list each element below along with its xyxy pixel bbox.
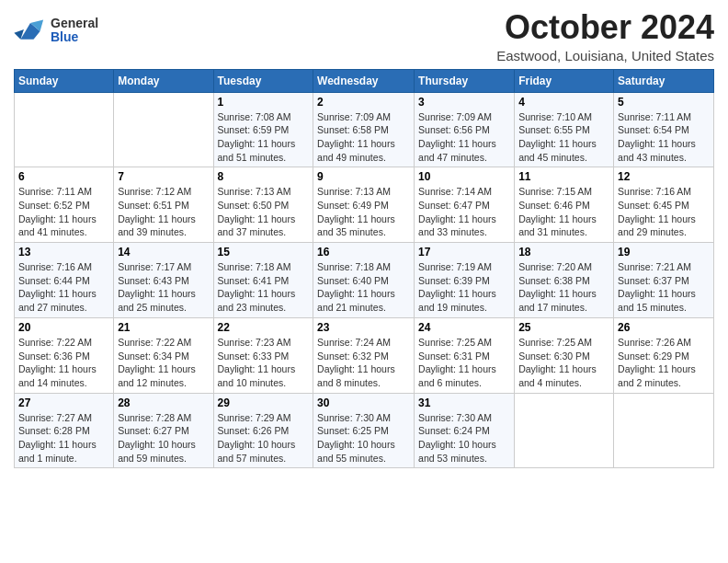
day-number: 9 bbox=[317, 170, 410, 183]
day-info: Sunrise: 7:20 AM Sunset: 6:38 PM Dayligh… bbox=[518, 260, 609, 315]
calendar-cell: 18Sunrise: 7:20 AM Sunset: 6:38 PM Dayli… bbox=[515, 243, 614, 318]
calendar-cell bbox=[614, 393, 714, 468]
day-info: Sunrise: 7:21 AM Sunset: 6:37 PM Dayligh… bbox=[618, 260, 710, 315]
location-title: Eastwood, Louisiana, United States bbox=[496, 48, 714, 63]
calendar-cell: 10Sunrise: 7:14 AM Sunset: 6:47 PM Dayli… bbox=[415, 167, 515, 243]
day-info: Sunrise: 7:16 AM Sunset: 6:44 PM Dayligh… bbox=[18, 260, 109, 315]
calendar-week-row: 6Sunrise: 7:11 AM Sunset: 6:52 PM Daylig… bbox=[15, 167, 714, 243]
day-info: Sunrise: 7:30 AM Sunset: 6:24 PM Dayligh… bbox=[418, 411, 510, 465]
day-info: Sunrise: 7:26 AM Sunset: 6:29 PM Dayligh… bbox=[618, 336, 710, 390]
day-number: 20 bbox=[18, 321, 109, 334]
calendar-cell: 21Sunrise: 7:22 AM Sunset: 6:34 PM Dayli… bbox=[114, 317, 213, 393]
page-header: General Blue October 2024 Eastwood, Loui… bbox=[14, 9, 714, 63]
day-info: Sunrise: 7:09 AM Sunset: 6:58 PM Dayligh… bbox=[317, 110, 410, 165]
weekday-header: Monday bbox=[114, 69, 213, 92]
weekday-header: Saturday bbox=[614, 69, 714, 92]
day-info: Sunrise: 7:11 AM Sunset: 6:52 PM Dayligh… bbox=[18, 185, 109, 239]
calendar-cell: 20Sunrise: 7:22 AM Sunset: 6:36 PM Dayli… bbox=[15, 317, 114, 393]
day-number: 11 bbox=[518, 170, 609, 183]
day-number: 14 bbox=[118, 246, 209, 259]
calendar-cell: 19Sunrise: 7:21 AM Sunset: 6:37 PM Dayli… bbox=[614, 243, 714, 318]
day-number: 24 bbox=[418, 321, 510, 334]
day-info: Sunrise: 7:25 AM Sunset: 6:31 PM Dayligh… bbox=[418, 336, 510, 390]
day-number: 4 bbox=[518, 96, 609, 109]
calendar-cell: 11Sunrise: 7:15 AM Sunset: 6:46 PM Dayli… bbox=[515, 167, 614, 243]
day-number: 3 bbox=[418, 96, 510, 109]
day-info: Sunrise: 7:13 AM Sunset: 6:49 PM Dayligh… bbox=[317, 185, 410, 239]
day-number: 6 bbox=[18, 170, 109, 183]
day-info: Sunrise: 7:14 AM Sunset: 6:47 PM Dayligh… bbox=[418, 185, 510, 239]
day-info: Sunrise: 7:09 AM Sunset: 6:56 PM Dayligh… bbox=[418, 110, 510, 165]
day-info: Sunrise: 7:23 AM Sunset: 6:33 PM Dayligh… bbox=[218, 336, 310, 390]
day-info: Sunrise: 7:24 AM Sunset: 6:32 PM Dayligh… bbox=[317, 336, 410, 390]
calendar-cell: 12Sunrise: 7:16 AM Sunset: 6:45 PM Dayli… bbox=[614, 167, 714, 243]
calendar-week-row: 20Sunrise: 7:22 AM Sunset: 6:36 PM Dayli… bbox=[15, 317, 714, 393]
day-info: Sunrise: 7:17 AM Sunset: 6:43 PM Dayligh… bbox=[118, 260, 209, 315]
calendar-cell: 3Sunrise: 7:09 AM Sunset: 6:56 PM Daylig… bbox=[415, 92, 515, 167]
weekday-header: Friday bbox=[515, 69, 614, 92]
day-info: Sunrise: 7:16 AM Sunset: 6:45 PM Dayligh… bbox=[618, 185, 710, 239]
calendar-cell: 26Sunrise: 7:26 AM Sunset: 6:29 PM Dayli… bbox=[614, 317, 714, 393]
calendar-body: 1Sunrise: 7:08 AM Sunset: 6:59 PM Daylig… bbox=[15, 92, 714, 468]
calendar-cell: 14Sunrise: 7:17 AM Sunset: 6:43 PM Dayli… bbox=[114, 243, 213, 318]
day-number: 1 bbox=[218, 96, 310, 109]
day-info: Sunrise: 7:29 AM Sunset: 6:26 PM Dayligh… bbox=[218, 411, 310, 465]
calendar-cell: 28Sunrise: 7:28 AM Sunset: 6:27 PM Dayli… bbox=[114, 393, 213, 468]
logo-general: General bbox=[51, 17, 98, 30]
day-number: 7 bbox=[118, 170, 209, 183]
calendar-cell: 30Sunrise: 7:30 AM Sunset: 6:25 PM Dayli… bbox=[313, 393, 415, 468]
day-info: Sunrise: 7:22 AM Sunset: 6:34 PM Dayligh… bbox=[118, 336, 209, 390]
calendar-cell: 24Sunrise: 7:25 AM Sunset: 6:31 PM Dayli… bbox=[415, 317, 515, 393]
day-info: Sunrise: 7:19 AM Sunset: 6:39 PM Dayligh… bbox=[418, 260, 510, 315]
day-info: Sunrise: 7:11 AM Sunset: 6:54 PM Dayligh… bbox=[618, 110, 710, 165]
calendar-cell: 4Sunrise: 7:10 AM Sunset: 6:55 PM Daylig… bbox=[515, 92, 614, 167]
title-block: October 2024 Eastwood, Louisiana, United… bbox=[496, 9, 714, 63]
day-info: Sunrise: 7:10 AM Sunset: 6:55 PM Dayligh… bbox=[518, 110, 609, 165]
calendar-cell: 1Sunrise: 7:08 AM Sunset: 6:59 PM Daylig… bbox=[213, 92, 313, 167]
calendar-cell bbox=[15, 92, 114, 167]
day-number: 29 bbox=[218, 396, 310, 409]
day-info: Sunrise: 7:13 AM Sunset: 6:50 PM Dayligh… bbox=[218, 185, 310, 239]
calendar-cell: 23Sunrise: 7:24 AM Sunset: 6:32 PM Dayli… bbox=[313, 317, 415, 393]
day-number: 12 bbox=[618, 170, 710, 183]
calendar-week-row: 27Sunrise: 7:27 AM Sunset: 6:28 PM Dayli… bbox=[15, 393, 714, 468]
day-info: Sunrise: 7:15 AM Sunset: 6:46 PM Dayligh… bbox=[518, 185, 609, 239]
day-number: 28 bbox=[118, 396, 209, 409]
calendar-week-row: 1Sunrise: 7:08 AM Sunset: 6:59 PM Daylig… bbox=[15, 92, 714, 167]
calendar-cell: 27Sunrise: 7:27 AM Sunset: 6:28 PM Dayli… bbox=[15, 393, 114, 468]
calendar-cell: 6Sunrise: 7:11 AM Sunset: 6:52 PM Daylig… bbox=[15, 167, 114, 243]
day-info: Sunrise: 7:27 AM Sunset: 6:28 PM Dayligh… bbox=[18, 411, 109, 465]
month-title: October 2024 bbox=[496, 9, 714, 46]
day-info: Sunrise: 7:25 AM Sunset: 6:30 PM Dayligh… bbox=[518, 336, 609, 390]
calendar-cell: 29Sunrise: 7:29 AM Sunset: 6:26 PM Dayli… bbox=[213, 393, 313, 468]
day-number: 23 bbox=[317, 321, 410, 334]
day-number: 10 bbox=[418, 170, 510, 183]
day-info: Sunrise: 7:12 AM Sunset: 6:51 PM Dayligh… bbox=[118, 185, 209, 239]
logo: General Blue bbox=[14, 17, 98, 45]
calendar-cell: 2Sunrise: 7:09 AM Sunset: 6:58 PM Daylig… bbox=[313, 92, 415, 167]
day-number: 30 bbox=[317, 396, 410, 409]
weekday-header: Thursday bbox=[415, 69, 515, 92]
calendar-table: SundayMondayTuesdayWednesdayThursdayFrid… bbox=[14, 69, 714, 469]
weekday-header: Sunday bbox=[15, 69, 114, 92]
day-number: 17 bbox=[418, 246, 510, 259]
calendar-cell: 17Sunrise: 7:19 AM Sunset: 6:39 PM Dayli… bbox=[415, 243, 515, 318]
calendar-cell: 7Sunrise: 7:12 AM Sunset: 6:51 PM Daylig… bbox=[114, 167, 213, 243]
weekday-header: Wednesday bbox=[313, 69, 415, 92]
day-number: 13 bbox=[18, 246, 109, 259]
day-info: Sunrise: 7:18 AM Sunset: 6:41 PM Dayligh… bbox=[218, 260, 310, 315]
day-number: 31 bbox=[418, 396, 510, 409]
day-number: 16 bbox=[317, 246, 410, 259]
calendar-header-row: SundayMondayTuesdayWednesdayThursdayFrid… bbox=[15, 69, 714, 92]
calendar-week-row: 13Sunrise: 7:16 AM Sunset: 6:44 PM Dayli… bbox=[15, 243, 714, 318]
day-number: 18 bbox=[518, 246, 609, 259]
day-number: 2 bbox=[317, 96, 410, 109]
calendar-cell: 13Sunrise: 7:16 AM Sunset: 6:44 PM Dayli… bbox=[15, 243, 114, 318]
day-info: Sunrise: 7:28 AM Sunset: 6:27 PM Dayligh… bbox=[118, 411, 209, 465]
calendar-cell bbox=[515, 393, 614, 468]
day-info: Sunrise: 7:30 AM Sunset: 6:25 PM Dayligh… bbox=[317, 411, 410, 465]
calendar-cell bbox=[114, 92, 213, 167]
day-info: Sunrise: 7:08 AM Sunset: 6:59 PM Dayligh… bbox=[218, 110, 310, 165]
logo-blue: Blue bbox=[51, 30, 98, 44]
day-number: 25 bbox=[518, 321, 609, 334]
